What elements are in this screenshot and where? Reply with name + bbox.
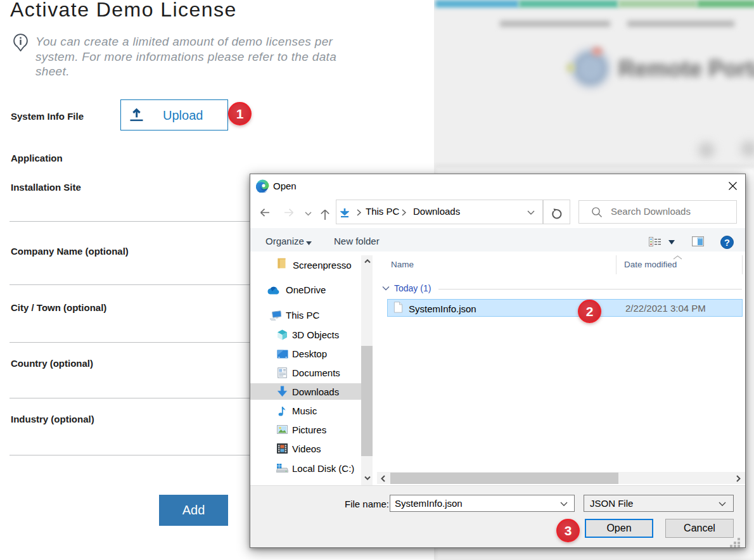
- svg-text:?: ?: [724, 238, 730, 248]
